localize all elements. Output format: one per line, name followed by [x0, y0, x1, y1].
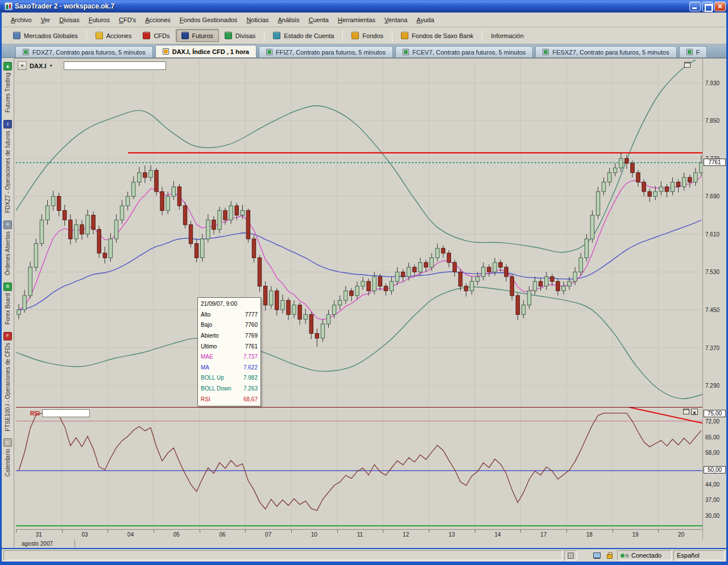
network-computer-icon[interactable] — [591, 550, 602, 560]
toolbar-button-informacio-n[interactable]: Información — [485, 29, 529, 42]
menu-item-archivo[interactable]: Archivo — [6, 14, 36, 26]
menu-item-ana-lisis[interactable]: Análisis — [274, 14, 304, 26]
sidebar-item-fdxz7-operaciones-de-futuros[interactable]: FDXZ7 - Operaciones de futuros — [5, 131, 11, 213]
sidebar-item-futures-trading[interactable]: Futures Trading — [5, 73, 11, 113]
candle-body — [688, 177, 692, 182]
tab-fesxz7-contrato-para-futuros-5-minutos[interactable]: FESXZ7, Contrato para futuros, 5 minutos — [535, 46, 676, 57]
tab-ffiz7-contrato-para-futuros-5-minutos[interactable]: FFIZ7, Contrato para futuros, 5 minutos — [259, 46, 393, 57]
chart-maximize-icon[interactable] — [684, 62, 690, 68]
toolbar-button-fondos[interactable]: Fondos — [346, 29, 389, 42]
menu-item-cfd-s[interactable]: CFD's — [114, 14, 140, 26]
toolbar-button-divisas[interactable]: Divisas — [219, 29, 261, 42]
toolbar-button-futuros[interactable]: Futuros — [176, 29, 219, 42]
tab-fdxz7-contrato-para-futuros-5-minutos[interactable]: FDXZ7, Contrato para futuros, 5 minutos — [15, 46, 153, 57]
x-axis-tick — [16, 530, 16, 533]
tab-fcev7-contrato-para-futuros-5-minutos[interactable]: FCEV7, Contrato para futuros, 5 minutos — [395, 46, 533, 57]
menu-item-acciones[interactable]: Acciones — [140, 14, 175, 26]
tooltip-row-label: MA — [201, 364, 209, 371]
toolbar-separator — [86, 30, 87, 41]
candle-body — [665, 187, 668, 192]
tooltip-row: Alto7777 — [201, 309, 258, 320]
symbol-search-input[interactable] — [64, 61, 166, 70]
toolbar-button-mercados-globales[interactable]: Mercados Globales — [7, 29, 84, 42]
menu-item-ventana[interactable]: Ventana — [380, 14, 412, 26]
language-panel[interactable]: Español — [673, 550, 725, 560]
menu-item-ayuda[interactable]: Ayuda — [412, 14, 439, 26]
rsi-input[interactable] — [42, 409, 90, 417]
candle-body — [636, 173, 640, 182]
connection-status-panel: Conectado — [617, 550, 672, 560]
menu-item-divisas[interactable]: Divisas — [55, 14, 84, 26]
menu-item-ver[interactable]: Ver — [36, 14, 55, 26]
toolbar-button-estado-de-cuenta[interactable]: Estado de Cuenta — [267, 29, 340, 42]
sidebar-item-calendario[interactable]: Calendario — [5, 449, 11, 476]
toolbar-button-fondos-de-saxo-bank[interactable]: Fondos de Saxo Bank — [395, 29, 479, 42]
candle-body — [401, 272, 404, 277]
tab-dax-i-i-ndice-cfd-1-hora[interactable]: DAX.I, Índice CFD , 1 hora — [155, 45, 257, 57]
tooltip-row-value: 68,67 — [243, 396, 258, 402]
forex-board-icon[interactable]: B — [3, 282, 12, 291]
candle-body — [470, 281, 473, 291]
toolbar-button-label: Estado de Cuenta — [284, 32, 334, 39]
x-axis-tick — [107, 530, 108, 533]
rsi-axis-label: 44,00 — [705, 481, 719, 488]
candle-body — [631, 163, 634, 173]
toolbar-button-cfds[interactable]: CFDs — [137, 29, 175, 42]
status-grid-panel[interactable] — [564, 550, 577, 560]
menu-item-herramientas[interactable]: Herramientas — [333, 14, 380, 26]
candle-body — [568, 281, 571, 286]
symbol-caret-icon[interactable] — [49, 64, 53, 68]
toolbar-button-label: Información — [491, 32, 523, 39]
menu-item-cuenta[interactable]: Cuenta — [304, 14, 333, 26]
close-icon[interactable] — [714, 2, 726, 11]
candle-body — [212, 220, 216, 230]
rsi-plot[interactable] — [16, 408, 704, 529]
cfd-module-icon[interactable]: F — [3, 332, 12, 340]
calendar-icon[interactable]: C — [3, 438, 12, 447]
rsi-axis-label: 75,00 — [704, 410, 726, 417]
candle-body — [132, 182, 135, 196]
candle-body — [332, 305, 336, 315]
rsi-maximize-icon[interactable] — [683, 409, 689, 414]
maximize-icon[interactable] — [702, 2, 713, 11]
candle-body — [482, 267, 485, 277]
main-chart-plot[interactable] — [16, 60, 704, 405]
open-orders-icon[interactable]: ≡ — [3, 221, 12, 229]
candle-body — [149, 171, 152, 178]
toolbar-separator — [482, 30, 482, 41]
price-arrows-icon[interactable]: ▲ — [3, 62, 12, 70]
symbol-dropdown-button[interactable] — [18, 61, 27, 70]
title-bar[interactable]: SaxoTrader 2 - workspace.ok.7 — [0, 0, 728, 13]
candle-body — [34, 244, 38, 268]
lock-icon[interactable] — [604, 550, 615, 560]
candle-body — [499, 263, 502, 267]
month-label: agosto 2007 — [22, 541, 53, 547]
candle-body — [419, 263, 422, 272]
candle-body — [172, 187, 175, 197]
menu-item-noticias[interactable]: Noticias — [242, 14, 273, 26]
tooltip-row-value: 7777 — [245, 311, 258, 318]
menu-item-futuros[interactable]: Futuros — [84, 14, 114, 26]
candle-body — [522, 305, 525, 315]
price-axis[interactable]: 7.9307.8507.7707.6907.6107.5307.4507.370… — [702, 59, 726, 539]
symbol-label[interactable]: DAX.I — [28, 63, 47, 69]
tab-f[interactable]: F — [679, 46, 708, 57]
menu-item-fondos-gestionados[interactable]: Fondos Gestionados — [175, 14, 242, 26]
candle-body — [556, 281, 560, 291]
sidebar-item-ftse100-i-operaciones-de-cfds[interactable]: FTSE100.I - Operaciones de CFDs — [5, 343, 11, 431]
candle-body — [579, 258, 582, 272]
x-axis-tick — [154, 530, 154, 533]
rsi-panel — [16, 407, 704, 529]
futures-module-icon[interactable]: f — [3, 120, 12, 128]
minimize-icon[interactable] — [689, 2, 701, 11]
candle-body — [453, 263, 456, 272]
toolbar-separator — [392, 30, 392, 41]
sidebar-item-forex-board[interactable]: Forex Board — [5, 293, 11, 325]
toolbar-button-label: Divisas — [235, 32, 255, 39]
candle-body — [527, 291, 531, 305]
rsi-close-icon[interactable] — [691, 409, 698, 415]
candle-body — [86, 215, 89, 234]
sidebar-item-o-rdenes-abiertas[interactable]: Órdenes Abiertas — [5, 231, 11, 275]
toolbar-button-acciones[interactable]: Acciones — [90, 29, 138, 42]
toolbar-button-label: Fondos de Saxo Bank — [412, 32, 473, 39]
